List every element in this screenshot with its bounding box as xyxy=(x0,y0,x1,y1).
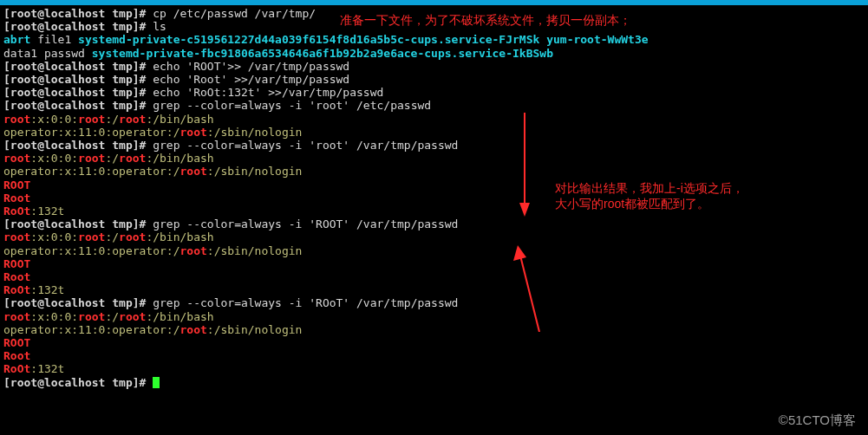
terminal-prompt-active[interactable]: [root@localhost tmp]# xyxy=(3,376,865,389)
terminal-line: [root@localhost tmp]# grep --color=alway… xyxy=(3,99,865,112)
grep-output: root:x:0:0:root:/root:/bin/bash xyxy=(3,230,865,243)
grep-output: RoOt:132t xyxy=(3,205,865,218)
grep-output: ROOT xyxy=(3,336,865,349)
grep-output: Root xyxy=(3,270,865,283)
grep-output: operator:x:11:0:operator:/root:/sbin/nol… xyxy=(3,323,865,336)
grep-output: root:x:0:0:root:/root:/bin/bash xyxy=(3,310,865,323)
grep-output: operator:x:11:0:operator:/root:/sbin/nol… xyxy=(3,244,865,257)
grep-output: root:x:0:0:root:/root:/bin/bash xyxy=(3,152,865,165)
terminal-line: [root@localhost tmp]# grep --color=alway… xyxy=(3,139,865,152)
grep-output: root:x:0:0:root:/root:/bin/bash xyxy=(3,113,865,126)
grep-output: RoOt:132t xyxy=(3,362,865,375)
terminal[interactable]: [root@localhost tmp]# cp /etc/passwd /va… xyxy=(0,5,868,393)
watermark: ©51CTO博客 xyxy=(779,413,856,426)
grep-output: operator:x:11:0:operator:/root:/sbin/nol… xyxy=(3,165,865,178)
cursor-icon xyxy=(153,377,160,388)
terminal-line: [root@localhost tmp]# grep --color=alway… xyxy=(3,296,865,309)
grep-output: ROOT xyxy=(3,257,865,270)
grep-output: Root xyxy=(3,349,865,362)
terminal-line: [root@localhost tmp]# echo 'ROOT'>> /var… xyxy=(3,60,865,73)
ls-output-row: data1 passwd systemd-private-fbc91806a65… xyxy=(3,47,865,60)
terminal-line: [root@localhost tmp]# grep --color=alway… xyxy=(3,218,865,230)
grep-output: operator:x:11:0:operator:/root:/sbin/nol… xyxy=(3,126,865,139)
annotation-right-2: 大小写的root都被匹配到了。 xyxy=(555,196,709,211)
ls-output-row: abrt file1 systemd-private-c519561227d44… xyxy=(3,33,865,46)
terminal-line: [root@localhost tmp]# echo 'Root' >>/var… xyxy=(3,73,865,86)
annotation-right-1: 对比输出结果，我加上-i选项之后， xyxy=(555,180,744,196)
grep-output: RoOt:132t xyxy=(3,283,865,296)
annotation-top: 准备一下文件，为了不破坏系统文件，拷贝一份副本； xyxy=(340,12,631,28)
terminal-line: [root@localhost tmp]# echo 'RoOt:132t' >… xyxy=(3,86,865,99)
